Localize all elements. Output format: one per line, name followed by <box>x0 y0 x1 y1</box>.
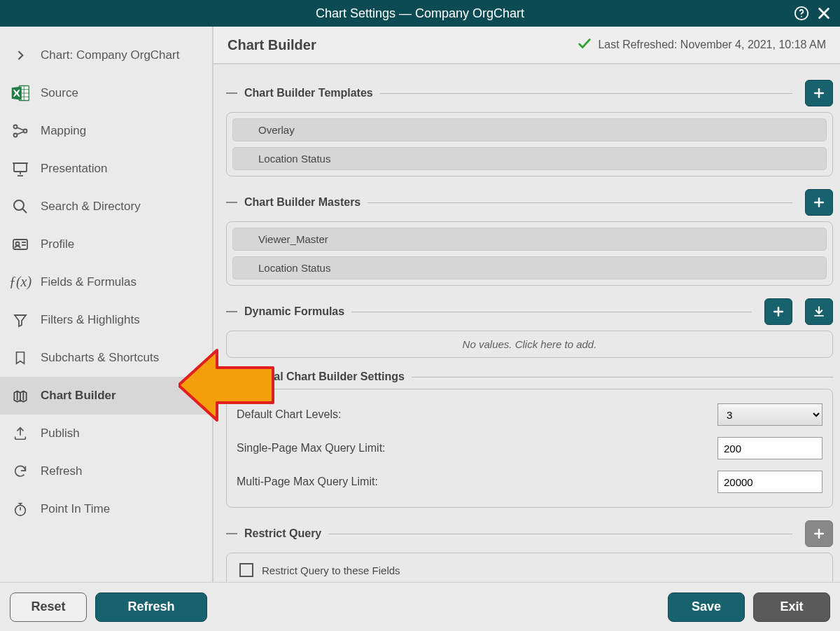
refresh-icon <box>10 461 31 482</box>
close-icon[interactable] <box>816 6 832 21</box>
default-levels-select[interactable]: 3 <box>718 403 822 426</box>
last-refreshed: Last Refreshed: November 4, 2021, 10:18 … <box>577 36 826 54</box>
profile-card-icon <box>10 234 31 255</box>
sidebar-label: Point In Time <box>41 502 110 516</box>
sidebar-label: Profile <box>41 237 74 251</box>
formula-icon: ƒ(x) <box>10 272 31 293</box>
download-formula-button[interactable] <box>805 298 833 325</box>
content-pane: Chart Builder Last Refreshed: November 4… <box>214 27 840 582</box>
sidebar-item-profile[interactable]: Profile <box>0 226 212 263</box>
section-dynamic-header: Dynamic Formulas <box>226 298 833 325</box>
sidebar-item-presentation[interactable]: Presentation <box>0 150 212 188</box>
content-title: Chart Builder <box>227 37 316 53</box>
svg-point-20 <box>14 200 24 210</box>
collapse-icon[interactable] <box>226 311 237 312</box>
filter-icon <box>10 310 31 331</box>
content-scroll[interactable]: Chart Builder Templates Overlay Location… <box>214 64 840 582</box>
stopwatch-icon <box>10 499 31 520</box>
sidebar-item-filters[interactable]: Filters & Highlights <box>0 301 212 339</box>
master-row[interactable]: Location Status <box>232 256 827 279</box>
sidebar-label: Mapping <box>41 124 86 138</box>
sidebar-label: Chart Builder <box>41 389 116 403</box>
multi-page-input[interactable] <box>718 471 822 493</box>
sidebar-item-point-in-time[interactable]: Point In Time <box>0 490 212 528</box>
sidebar-item-publish[interactable]: Publish <box>0 415 212 452</box>
last-refreshed-text: Last Refreshed: November 4, 2021, 10:18 … <box>598 39 826 51</box>
titlebar: Chart Settings — Company OrgChart <box>0 0 840 27</box>
template-row[interactable]: Overlay <box>232 118 827 141</box>
reset-button[interactable]: Reset <box>10 592 87 622</box>
section-restrict-header: Restrict Query <box>226 520 833 547</box>
master-row[interactable]: Viewer_Master <box>232 228 827 251</box>
svg-point-26 <box>15 505 26 515</box>
add-formula-button[interactable] <box>764 298 792 325</box>
bookmark-icon <box>10 347 31 368</box>
sidebar-label: Filters & Highlights <box>41 313 140 327</box>
sidebar-label: Source <box>41 86 78 100</box>
sidebar-label: Fields & Formulas <box>41 275 136 289</box>
chart-builder-icon <box>10 385 31 406</box>
section-title: Chart Builder Masters <box>244 196 360 209</box>
section-title: General Chart Builder Settings <box>241 370 405 383</box>
svg-point-23 <box>16 242 20 245</box>
section-title: Dynamic Formulas <box>244 305 344 318</box>
section-general-header: General Chart Builder Settings <box>241 370 833 383</box>
template-row[interactable]: Location Status <box>232 147 827 170</box>
excel-icon <box>10 83 31 104</box>
svg-line-15 <box>17 132 24 134</box>
presentation-icon <box>10 158 31 179</box>
sidebar-label: Search & Directory <box>41 200 141 214</box>
add-restrict-button <box>805 520 833 547</box>
masters-panel: Viewer_Master Location Status <box>226 221 833 286</box>
section-title: Chart Builder Templates <box>244 87 373 99</box>
mapping-icon <box>10 120 31 141</box>
svg-line-21 <box>22 209 27 213</box>
sidebar-label: Chart: Company OrgChart <box>41 48 179 62</box>
single-page-label: Single-Page Max Query Limit: <box>237 442 386 455</box>
section-masters-header: Chart Builder Masters <box>226 189 833 216</box>
section-templates-header: Chart Builder Templates <box>226 80 833 106</box>
sidebar-label: Publish <box>41 427 80 441</box>
svg-point-1 <box>801 16 802 18</box>
sidebar: Chart: Company OrgChart Source Mapping P… <box>0 27 214 582</box>
refresh-button[interactable]: Refresh <box>95 592 207 622</box>
save-button[interactable]: Save <box>668 592 745 622</box>
sidebar-item-chart[interactable]: Chart: Company OrgChart <box>0 36 212 74</box>
footer: Reset Refresh Save Exit <box>0 582 840 631</box>
sidebar-item-source[interactable]: Source <box>0 74 212 112</box>
content-header: Chart Builder Last Refreshed: November 4… <box>214 27 840 64</box>
help-icon[interactable] <box>794 6 809 21</box>
collapse-icon[interactable] <box>226 202 237 203</box>
upload-icon <box>10 423 31 444</box>
sidebar-label: Subcharts & Shortcuts <box>41 351 159 365</box>
sidebar-item-subcharts[interactable]: Subcharts & Shortcuts <box>0 339 212 377</box>
default-levels-label: Default Chart Levels: <box>237 408 341 421</box>
exit-button[interactable]: Exit <box>753 592 830 622</box>
check-icon <box>577 36 592 54</box>
templates-panel: Overlay Location Status <box>226 112 833 176</box>
search-icon <box>10 196 31 217</box>
sidebar-label: Presentation <box>41 162 107 176</box>
collapse-icon[interactable] <box>226 92 237 94</box>
sidebar-label: Refresh <box>41 464 83 478</box>
sidebar-item-search[interactable]: Search & Directory <box>0 188 212 226</box>
section-title: Restrict Query <box>244 527 321 540</box>
dynamic-empty[interactable]: No values. Click here to add. <box>226 331 833 358</box>
restrict-checkbox[interactable] <box>239 563 253 577</box>
single-page-input[interactable] <box>718 437 822 459</box>
add-template-button[interactable] <box>805 80 833 106</box>
sidebar-item-chart-builder[interactable]: Chart Builder <box>0 377 212 415</box>
multi-page-label: Multi-Page Max Query Limit: <box>237 476 378 488</box>
sidebar-item-fields[interactable]: ƒ(x) Fields & Formulas <box>0 263 212 301</box>
sidebar-item-mapping[interactable]: Mapping <box>0 112 212 150</box>
sidebar-item-refresh[interactable]: Refresh <box>0 452 212 490</box>
chevron-right-icon <box>10 45 31 66</box>
add-master-button[interactable] <box>805 189 833 216</box>
window-title: Chart Settings — Company OrgChart <box>316 6 524 21</box>
svg-rect-16 <box>14 163 27 172</box>
general-settings-panel: Default Chart Levels: 3 Single-Page Max … <box>226 389 833 508</box>
restrict-panel: Restrict Query to these Fields <box>226 553 833 582</box>
svg-line-14 <box>17 127 24 130</box>
restrict-checkbox-label: Restrict Query to these Fields <box>262 564 400 576</box>
collapse-icon[interactable] <box>226 533 237 534</box>
